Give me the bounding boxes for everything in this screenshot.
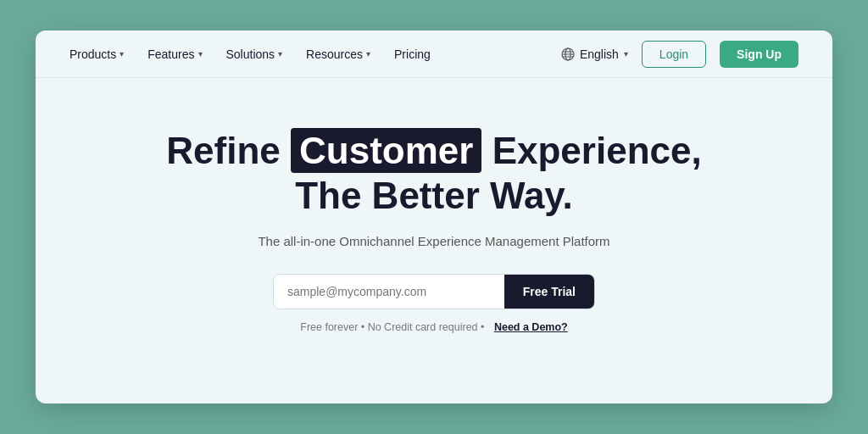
resources-chevron: ▾ xyxy=(366,49,370,58)
browser-window: Products ▾ Features ▾ Solutions ▾ Resour… xyxy=(36,31,832,403)
nav-item-features[interactable]: Features ▾ xyxy=(147,47,202,61)
features-chevron: ▾ xyxy=(198,49,203,58)
language-selector[interactable]: English ▾ xyxy=(561,47,628,61)
free-trial-button[interactable]: Free Trial xyxy=(504,275,594,309)
hero-title-line2: The Better Way. xyxy=(295,175,573,216)
globe-icon xyxy=(561,47,575,61)
resources-label: Resources xyxy=(306,47,363,61)
login-button[interactable]: Login xyxy=(642,41,706,68)
cta-note: Free forever • No Credit card required •… xyxy=(300,321,568,333)
nav-item-products[interactable]: Products ▾ xyxy=(70,47,124,61)
features-label: Features xyxy=(147,47,194,61)
solutions-chevron: ▾ xyxy=(278,49,282,58)
hero-title-pre: Refine xyxy=(166,130,280,171)
signup-button[interactable]: Sign Up xyxy=(720,41,798,68)
hero-title-post: Experience, xyxy=(492,130,702,171)
need-demo-link[interactable]: Need a Demo? xyxy=(494,321,568,333)
email-input[interactable] xyxy=(274,275,504,309)
solutions-label: Solutions xyxy=(226,47,275,61)
products-label: Products xyxy=(70,47,116,61)
hero-title: Refine Customer Experience, The Better W… xyxy=(166,129,701,219)
note-text: Free forever • No Credit card required • xyxy=(300,321,484,333)
language-chevron: ▾ xyxy=(624,49,628,58)
hero-title-highlight: Customer xyxy=(291,128,481,173)
nav-left: Products ▾ Features ▾ Solutions ▾ Resour… xyxy=(70,47,431,61)
nav-item-pricing[interactable]: Pricing xyxy=(394,47,431,61)
pricing-label: Pricing xyxy=(394,47,431,61)
nav-item-solutions[interactable]: Solutions ▾ xyxy=(226,47,283,61)
hero-subtitle: The all-in-one Omnichannel Experience Ma… xyxy=(258,234,609,248)
nav-item-resources[interactable]: Resources ▾ xyxy=(306,47,370,61)
products-chevron: ▾ xyxy=(120,49,124,58)
nav-right: English ▾ Login Sign Up xyxy=(561,41,798,68)
cta-form: Free Trial xyxy=(273,274,595,309)
navbar: Products ▾ Features ▾ Solutions ▾ Resour… xyxy=(36,31,832,78)
hero-section: Refine Customer Experience, The Better W… xyxy=(36,78,832,376)
language-label: English xyxy=(580,47,619,61)
